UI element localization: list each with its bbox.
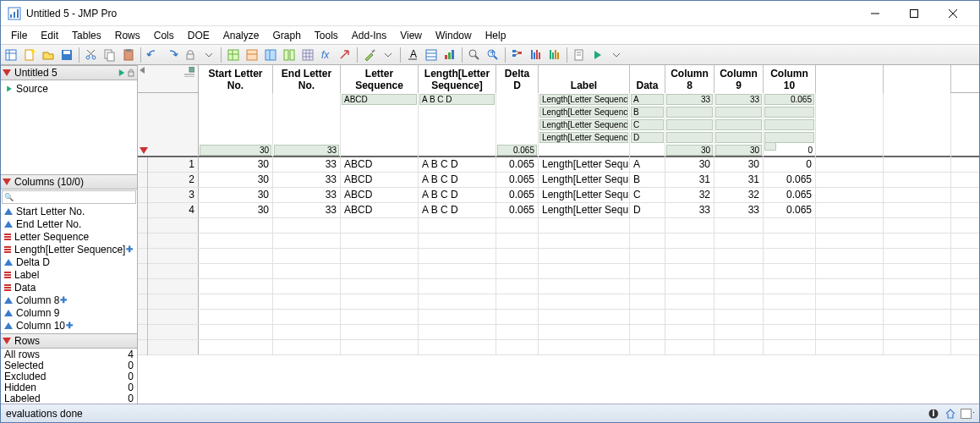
table-row[interactable]: 43033ABCDA B C D0.065Length[Letter Sequ.…	[138, 203, 979, 218]
summary-cell[interactable]	[764, 119, 814, 130]
row-header[interactable]: 3	[138, 188, 199, 202]
table-row[interactable]: 23033ABCDA B C D0.065Length[Letter Sequ.…	[138, 173, 979, 188]
summary-cell[interactable]	[715, 132, 762, 143]
table-icon[interactable]	[225, 47, 242, 63]
column-header[interactable]: Delta D	[496, 65, 539, 93]
new-table-icon[interactable]	[3, 47, 19, 63]
cell[interactable]	[816, 157, 884, 172]
cell[interactable]: D	[630, 203, 665, 217]
menu-add-ins[interactable]: Add-Ins	[345, 28, 393, 43]
cell[interactable]: Length[Letter Sequ..	[539, 157, 630, 172]
cell[interactable]	[884, 203, 951, 217]
column-header[interactable]: Start Letter No.	[199, 65, 273, 93]
cell[interactable]	[816, 203, 884, 217]
column-item[interactable]: Delta D	[1, 255, 137, 268]
summary-cell[interactable]: B	[631, 107, 664, 118]
menu-view[interactable]: View	[393, 28, 429, 43]
brush-icon[interactable]	[361, 47, 378, 63]
cell[interactable]: C	[630, 188, 665, 202]
row-selector[interactable]	[138, 188, 148, 203]
columns-panel-header[interactable]: Columns (10/0)	[1, 174, 137, 190]
row-header[interactable]: 1	[138, 157, 199, 172]
cell[interactable]: 0.065	[496, 157, 539, 172]
columns-search-input[interactable]	[2, 190, 136, 204]
row-selector[interactable]	[138, 173, 148, 188]
menu-edit[interactable]: Edit	[34, 28, 65, 43]
cell[interactable]: 30	[714, 157, 764, 172]
tree-icon[interactable]	[509, 47, 526, 63]
copy-icon[interactable]	[101, 47, 118, 63]
column-item[interactable]: Column 8✚	[1, 294, 137, 306]
grid-corner[interactable]	[138, 65, 199, 92]
cell[interactable]: 32	[714, 188, 764, 202]
info-icon[interactable]: i	[927, 407, 940, 420]
home-icon[interactable]	[944, 407, 957, 420]
cell[interactable]: 0.065	[764, 173, 816, 187]
summary-cell[interactable]	[715, 119, 762, 130]
cell[interactable]: A	[630, 157, 665, 172]
menu-rows[interactable]: Rows	[108, 28, 147, 43]
zoom-icon[interactable]	[466, 47, 483, 63]
rows-stat[interactable]: Selected0	[1, 360, 137, 371]
table-panel-header[interactable]: Untitled 5	[1, 65, 137, 80]
cell[interactable]: 33	[273, 188, 341, 202]
maximize-button[interactable]	[895, 1, 933, 26]
column-header[interactable]: Data	[630, 65, 665, 93]
summary-cell[interactable]	[715, 107, 762, 118]
column-item[interactable]: Letter Sequence	[1, 230, 137, 243]
cell[interactable]: B	[630, 173, 665, 187]
summary-cell[interactable]: 33	[274, 145, 339, 156]
cell[interactable]: 31	[714, 173, 764, 187]
cell[interactable]: 32	[665, 188, 714, 202]
cell[interactable]: Length[Letter Sequ..	[539, 203, 630, 217]
bars1-icon[interactable]	[528, 47, 545, 63]
summary-cell[interactable]: 30	[715, 145, 762, 156]
fx-icon[interactable]: fx	[318, 47, 335, 63]
dropdown-icon[interactable]	[200, 47, 217, 63]
column-item[interactable]: Data	[1, 281, 137, 294]
table2-icon[interactable]	[244, 47, 260, 63]
summary-cell[interactable]: A B C D	[419, 94, 495, 105]
new-icon[interactable]	[21, 47, 38, 63]
column-item[interactable]: Column 10✚	[1, 319, 137, 332]
rows-stat[interactable]: Labeled0	[1, 393, 137, 404]
summary-cell[interactable]: 30	[200, 145, 271, 156]
menu-file[interactable]: File	[4, 28, 34, 43]
cell[interactable]	[884, 157, 951, 172]
summary-cell[interactable]	[666, 107, 713, 118]
menu-graph[interactable]: Graph	[266, 28, 307, 43]
cell[interactable]: A B C D	[419, 173, 496, 187]
cell[interactable]: 31	[665, 173, 714, 187]
cell[interactable]: 33	[273, 203, 341, 217]
cell[interactable]: ABCD	[341, 203, 419, 217]
dropdown3-icon[interactable]	[608, 47, 625, 63]
cell[interactable]: 0.065	[496, 173, 539, 187]
cell[interactable]: 0.065	[764, 203, 816, 217]
column-header[interactable]	[884, 65, 951, 93]
row-header[interactable]: 4	[138, 203, 199, 217]
cell[interactable]: 0.065	[496, 203, 539, 217]
doc-icon[interactable]	[571, 47, 588, 63]
menu-tools[interactable]: Tools	[308, 28, 345, 43]
summary-cell[interactable]: D	[631, 132, 664, 143]
table3-icon[interactable]	[262, 47, 279, 63]
menu-analyze[interactable]: Analyze	[216, 28, 266, 43]
disclose-icon[interactable]	[3, 179, 11, 185]
column-item[interactable]: Start Letter No.	[1, 205, 137, 217]
minimize-button[interactable]	[856, 1, 895, 26]
column-item[interactable]: Length[Letter Sequence]✚	[1, 243, 137, 255]
corner-arrow-icon[interactable]	[140, 67, 145, 74]
close-button[interactable]	[933, 1, 972, 26]
row-selector[interactable]	[138, 157, 148, 173]
arrow-icon[interactable]	[337, 47, 353, 63]
redo-icon[interactable]	[163, 47, 180, 63]
summary-cell[interactable]: 33	[715, 94, 762, 105]
column-item[interactable]: Column 9	[1, 306, 137, 319]
summary-cell[interactable]: 30	[666, 145, 713, 156]
cells-icon[interactable]	[423, 47, 440, 63]
cell[interactable]: ABCD	[341, 173, 419, 187]
cell[interactable]: A B C D	[419, 203, 496, 217]
summary-cell[interactable]	[666, 119, 713, 130]
cell[interactable]: ABCD	[341, 188, 419, 202]
cell[interactable]	[884, 188, 951, 202]
